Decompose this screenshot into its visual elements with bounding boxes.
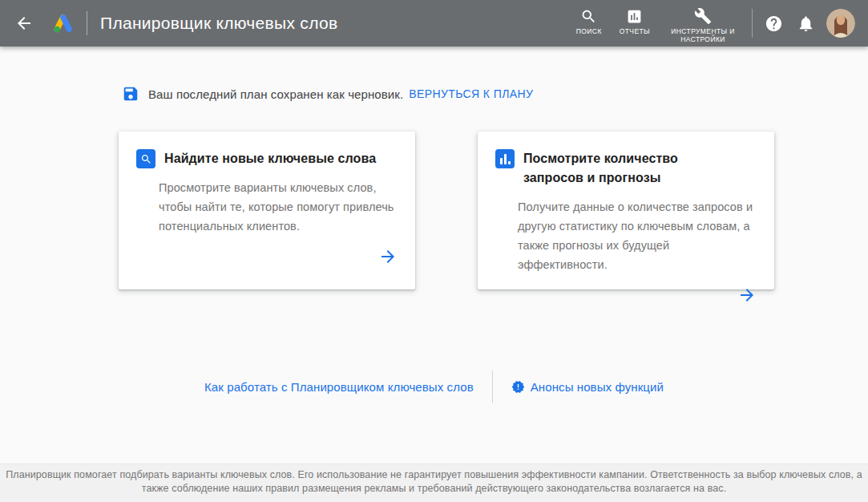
header-divider — [87, 11, 87, 35]
draft-saved-text: Ваш последний план сохранен как черновик… — [148, 87, 403, 101]
header-actions-divider — [752, 9, 753, 38]
header-actions: ПОИСК ОТЧЕТЫ ИНСТРУМЕНТЫ И НАСТРОЙКИ — [567, 0, 868, 47]
back-button[interactable] — [8, 7, 40, 39]
reports-chart-icon — [626, 7, 643, 25]
main-content: Ваш последний план сохранен как черновик… — [0, 47, 868, 464]
arrow-back-icon — [14, 14, 34, 33]
search-icon — [580, 7, 597, 25]
return-to-plan-link[interactable]: ВЕРНУТЬСЯ К ПЛАНУ — [409, 87, 533, 100]
arrow-forward-icon[interactable] — [737, 285, 757, 305]
help-button[interactable] — [757, 7, 789, 39]
search-nav-label: ПОИСК — [576, 27, 602, 35]
arrow-forward-icon[interactable] — [378, 247, 398, 266]
search-volume-card[interactable]: Посмотрите количество запросов и прогноз… — [478, 132, 774, 289]
help-icon — [765, 14, 783, 33]
search-keywords-icon — [136, 149, 155, 168]
reports-nav-label: ОТЧЕТЫ — [620, 27, 650, 35]
card-header: Посмотрите количество запросов и прогноз… — [495, 149, 757, 188]
search-nav-button[interactable]: ПОИСК — [567, 0, 611, 47]
top-app-bar: Планировщик ключевых слов ПОИСК ОТЧЕТЫ И… — [0, 0, 868, 47]
save-icon — [122, 85, 139, 103]
card-description: Получите данные о количестве запросов и … — [518, 197, 760, 274]
account-avatar[interactable] — [826, 9, 855, 38]
links-divider — [492, 370, 493, 403]
disclaimer-text: Планировщик помогает подбирать варианты … — [5, 468, 863, 496]
new-features-link[interactable]: Анонсы новых функций — [511, 380, 664, 394]
card-header: Найдите новые ключевые слова — [136, 149, 398, 168]
wrench-icon — [694, 7, 712, 25]
help-links-row: Как работать с Планировщиком ключевых сл… — [0, 370, 868, 403]
disclaimer-footer: Планировщик помогает подбирать варианты … — [0, 464, 868, 502]
card-description: Просмотрите варианты ключевых слов, чтоб… — [159, 178, 401, 236]
tools-settings-nav-button[interactable]: ИНСТРУМЕНТЫ И НАСТРОЙКИ — [659, 0, 747, 47]
new-features-label: Анонсы новых функций — [531, 380, 664, 394]
option-cards: Найдите новые ключевые слова Просмотрите… — [119, 132, 868, 289]
reports-nav-button[interactable]: ОТЧЕТЫ — [611, 0, 659, 47]
bell-icon — [797, 14, 815, 33]
google-ads-logo — [48, 10, 75, 36]
discover-keywords-card[interactable]: Найдите новые ключевые слова Просмотрите… — [119, 132, 415, 289]
page-title: Планировщик ключевых слов — [100, 14, 337, 33]
new-releases-icon — [511, 380, 525, 394]
draft-saved-notice: Ваш последний план сохранен как черновик… — [122, 85, 868, 103]
how-to-use-planner-link[interactable]: Как работать с Планировщиком ключевых сл… — [204, 380, 474, 394]
search-volume-chart-icon — [495, 149, 515, 168]
card-title: Найдите новые ключевые слова — [164, 149, 397, 168]
card-title: Посмотрите количество запросов и прогноз… — [523, 149, 757, 188]
notifications-button[interactable] — [789, 7, 822, 39]
tools-settings-nav-label: ИНСТРУМЕНТЫ И НАСТРОЙКИ — [668, 27, 738, 43]
